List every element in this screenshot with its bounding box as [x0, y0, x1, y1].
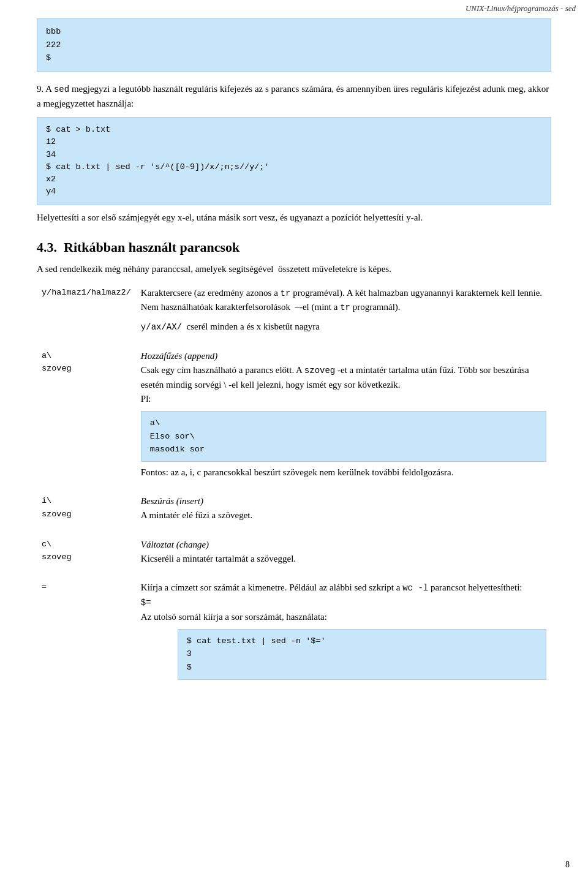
cmd-insert: i\szoveg	[37, 491, 136, 534]
szoveg-inline-1: szoveg	[304, 366, 335, 375]
page-number: 8	[565, 860, 570, 870]
table-row: c\szoveg Változtat (change) Kicseréli a …	[37, 534, 551, 578]
equals-example: $ cat test.txt | sed -n '$=' 3 $	[178, 629, 546, 680]
page-num-value: 8	[565, 860, 570, 869]
desc-append: Hozzáfűzés (append) Csak egy cím használ…	[136, 345, 551, 491]
yax-example: y/ax/AX/	[141, 322, 182, 332]
page-header: UNIX-Linux/héjprogramozás - sed	[466, 4, 576, 13]
sed-inline: sed	[54, 85, 69, 94]
desc-equals: Kiírja a címzett sor számát a kimenetre.…	[136, 577, 551, 689]
table-row: y/halmaz1/halmaz2/ Karaktercsere (az ere…	[37, 282, 551, 345]
append-example: a\ Elso sor\ masodik sor	[141, 411, 546, 462]
cmd-yhalmaz: y/halmaz1/halmaz2/	[37, 282, 136, 345]
section9-desc: Helyettesíti a sor első számjegyét egy x…	[37, 210, 551, 225]
top-code-block: bbb 222 $	[37, 18, 551, 72]
section43-title: Ritkábban használt parancsok	[64, 239, 239, 255]
wc-l-inline: wc -l	[402, 583, 428, 593]
cmd-append: a\szoveg	[37, 345, 136, 491]
section9-para: 9. A sed megjegyzi a legutóbb használt r…	[37, 81, 551, 111]
code-block-1: $ cat > b.txt 12 34 $ cat b.txt | sed -r…	[37, 117, 551, 205]
page-content: bbb 222 $ 9. A sed megjegyzi a legutóbb …	[0, 0, 588, 726]
table-row: i\szoveg Beszúrás (insert) A mintatér el…	[37, 491, 551, 534]
section43-number: 4.3.	[37, 239, 57, 255]
desc-insert: Beszúrás (insert) A mintatér elé fűzi a …	[136, 491, 551, 534]
tr-inline-1: tr	[281, 288, 291, 298]
header-title: UNIX-Linux/héjprogramozás - sed	[466, 4, 576, 13]
table-row: a\szoveg Hozzáfűzés (append) Csak egy cí…	[37, 345, 551, 491]
desc-yhalmaz: Karaktercsere (az eredmény azonos a tr p…	[136, 282, 551, 345]
section43-heading: 4.3. Ritkábban használt parancsok	[37, 239, 551, 255]
tr-inline-2: tr	[340, 303, 350, 312]
commands-table: y/halmaz1/halmaz2/ Karaktercsere (az ere…	[37, 282, 551, 690]
cmd-equals: =	[37, 577, 136, 689]
cmd-change: c\szoveg	[37, 534, 136, 578]
section43-intro: A sed rendelkezik még néhány paranccsal,…	[37, 262, 551, 276]
desc-change: Változtat (change) Kicseréli a mintatér …	[136, 534, 551, 578]
dollar-equals: $=	[141, 598, 151, 608]
table-row: = Kiírja a címzett sor számát a kimenetr…	[37, 577, 551, 689]
